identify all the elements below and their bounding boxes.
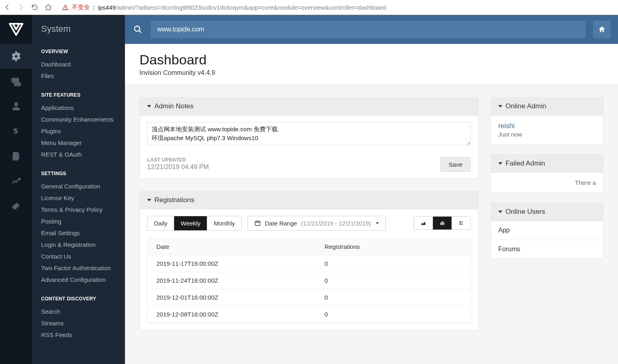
insecure-icon	[62, 4, 69, 10]
address-bar[interactable]: 不安全 | ips449/admin/?adsess=9ccnlngt89023…	[58, 4, 615, 11]
rail-settings[interactable]	[0, 44, 32, 69]
forward-button[interactable]	[17, 3, 25, 11]
caret-down-icon	[147, 105, 151, 108]
admin-notes-textarea[interactable]	[147, 122, 471, 145]
sidebar-item-license-key[interactable]: License Key	[32, 192, 125, 204]
table-row: 2019-12-01T16:00:00Z 0	[148, 289, 470, 306]
sidebar-item-applications[interactable]: Applications	[32, 102, 125, 114]
list-item: App	[491, 221, 603, 240]
rail-members[interactable]	[0, 94, 32, 119]
rail-commerce[interactable]	[0, 119, 32, 144]
caret-down-icon	[147, 199, 151, 201]
page-header: Dashboard Invision Community v4.4.9	[125, 44, 618, 85]
svg-rect-4	[255, 221, 260, 225]
svg-point-2	[135, 26, 140, 31]
rail-customize[interactable]	[0, 194, 32, 219]
sidebar-item-general-config[interactable]: General Configuration	[32, 180, 125, 192]
period-segmented: Daily Weekly Monthly	[147, 216, 242, 231]
svg-rect-10	[443, 222, 444, 225]
sidebar-item-search[interactable]: Search	[32, 306, 125, 317]
sidebar-group-content-discovery: CONTENT DISCOVERY	[32, 292, 125, 306]
chart-bar-button[interactable]	[433, 217, 452, 230]
sidebar-item-advanced-config[interactable]: Advanced Configuration	[32, 274, 125, 285]
online-admins-card: Online Admin reishi Just now	[491, 97, 603, 145]
app-logo[interactable]	[0, 15, 32, 44]
chart-area-button[interactable]	[414, 217, 433, 230]
search-icon[interactable]	[132, 25, 144, 34]
admin-notes-card: Admin Notes LAST UPDATED 12/21/2019 04:4…	[139, 97, 479, 179]
tab-monthly[interactable]: Monthly	[207, 216, 241, 230]
admin-notes-header[interactable]: Admin Notes	[140, 97, 478, 116]
admin-user-meta: Just now	[498, 131, 596, 138]
online-users-card: Online Users App Forums	[491, 203, 603, 259]
sidebar-item-email-settings[interactable]: Email Settings	[32, 227, 125, 239]
registrations-header[interactable]: Registrations	[140, 191, 478, 209]
tab-weekly[interactable]: Weekly	[174, 216, 207, 230]
list-item: Forums	[491, 240, 603, 259]
svg-line-3	[139, 31, 141, 33]
registrations-card: Registrations Daily Weekly Monthly	[139, 191, 479, 330]
col-registrations: Registrations	[325, 243, 462, 250]
reload-button[interactable]	[31, 3, 39, 11]
sidebar-group-overview: OVERVIEW	[32, 45, 125, 58]
online-admins-header[interactable]: Online Admin	[491, 97, 603, 116]
col-date: Date	[156, 243, 325, 250]
sidebar-item-streams[interactable]: Streams	[32, 317, 125, 329]
home-button[interactable]	[44, 3, 52, 11]
caret-down-icon	[498, 211, 502, 213]
sidebar-item-rest-oauth[interactable]: REST & OAuth	[32, 149, 125, 160]
topbar-home-button[interactable]	[593, 21, 611, 38]
insecure-label: 不安全	[72, 4, 90, 11]
table-row: 2019-12-08T16:00:00Z 0	[148, 306, 470, 323]
sidebar-item-2fa[interactable]: Two Factor Authentication	[32, 262, 125, 274]
svg-point-1	[65, 8, 66, 9]
svg-rect-8	[440, 223, 441, 225]
page-subtitle: Invision Community v4.4.9	[139, 69, 603, 77]
sidebar-item-plugins[interactable]: Plugins	[32, 125, 125, 137]
sidebar-item-community-enhancements[interactable]: Community Enhancements	[32, 114, 125, 125]
last-updated-label: LAST UPDATED	[147, 157, 209, 163]
rail-stats[interactable]	[0, 169, 32, 194]
date-range-button[interactable]: Date Range (11/21/2019 - 12/21/2019)	[248, 216, 386, 231]
sidebar-item-login-registration[interactable]: Login & Registration	[32, 239, 125, 250]
admin-user-link[interactable]: reishi	[498, 122, 596, 130]
sidebar-group-site-features: SITE FEATURES	[32, 88, 125, 102]
tab-daily[interactable]: Daily	[148, 216, 174, 230]
failed-admin-empty: There a	[498, 179, 596, 186]
sidebar-group-settings: SETTINGS	[32, 167, 125, 180]
icon-rail	[0, 15, 32, 364]
last-updated-value: 12/21/2019 04:49 PM	[147, 163, 209, 171]
save-button[interactable]: Save	[440, 157, 471, 172]
chevron-down-icon	[376, 222, 379, 224]
table-row: 2019-11-24T16:00:00Z 0	[148, 272, 470, 289]
sidebar-title: System	[32, 15, 125, 45]
failed-admin-header[interactable]: Failed Admin	[491, 155, 603, 173]
sidebar-item-terms-privacy[interactable]: Terms & Privacy Policy	[32, 204, 125, 215]
sidebar-item-files[interactable]: Files	[32, 70, 125, 82]
calendar-icon	[254, 220, 261, 226]
sidebar-item-contact-us[interactable]: Contact Us	[32, 250, 125, 262]
sidebar-item-rss-feeds[interactable]: RSS Feeds	[32, 329, 125, 341]
page-title: Dashboard	[139, 52, 603, 68]
chart-table-button[interactable]	[452, 217, 470, 230]
rail-community[interactable]	[0, 69, 32, 94]
topbar: www.topide.com	[125, 15, 618, 44]
caret-down-icon	[498, 162, 502, 165]
sidebar: System OVERVIEW Dashboard Files SITE FEA…	[32, 15, 125, 364]
sidebar-item-posting[interactable]: Posting	[32, 215, 125, 227]
rail-pages[interactable]	[0, 144, 32, 169]
sidebar-item-dashboard[interactable]: Dashboard	[32, 58, 125, 70]
sidebar-item-menu-manager[interactable]: Menu Manager	[32, 137, 125, 149]
chart-type-segmented	[414, 216, 471, 230]
failed-admin-card: Failed Admin There a	[491, 154, 603, 193]
online-users-header[interactable]: Online Users	[491, 203, 603, 221]
back-button[interactable]	[3, 3, 11, 11]
svg-rect-9	[442, 221, 443, 225]
caret-down-icon	[498, 105, 502, 108]
search-input[interactable]: www.topide.com	[151, 21, 586, 38]
registrations-table: Date Registrations 2019-11-17T16:00:00Z …	[147, 238, 471, 323]
table-row: 2019-11-17T16:00:00Z 0	[148, 255, 470, 272]
url-text: ips449/admin/?adsess=9ccnlngt89023scdnv1…	[98, 4, 386, 11]
browser-chrome: 不安全 | ips449/admin/?adsess=9ccnlngt89023…	[0, 0, 618, 15]
